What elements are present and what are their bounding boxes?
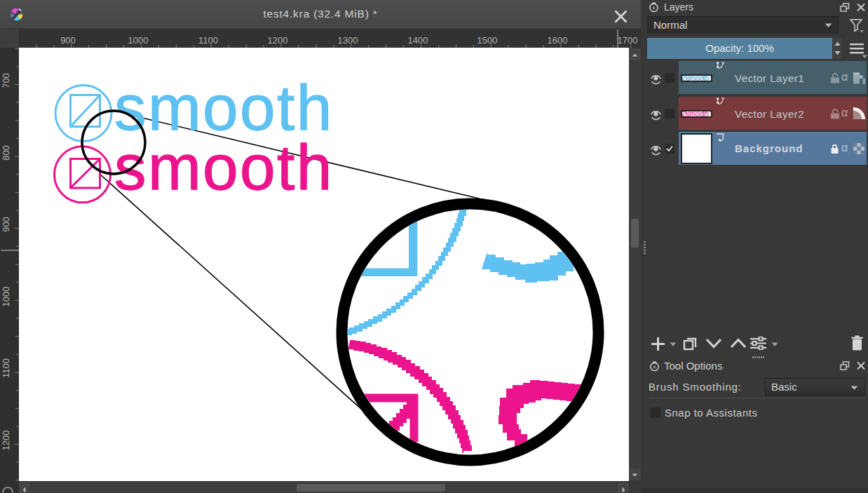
svg-text:smooth: smooth bbox=[686, 76, 710, 81]
svg-text:1300: 1300 bbox=[338, 35, 358, 46]
svg-text:900: 900 bbox=[60, 35, 76, 46]
svg-text:1500: 1500 bbox=[477, 35, 498, 46]
svg-text:1600: 1600 bbox=[548, 35, 568, 46]
svg-text:700: 700 bbox=[1, 73, 11, 88]
svg-text:1400: 1400 bbox=[408, 35, 428, 46]
svg-text:1200: 1200 bbox=[268, 35, 288, 46]
svg-text:1100: 1100 bbox=[198, 35, 218, 46]
svg-text:900: 900 bbox=[1, 217, 11, 232]
svg-text:smooth: smooth bbox=[686, 112, 710, 116]
svg-text:smooth: smooth bbox=[114, 132, 334, 203]
svg-text:1000: 1000 bbox=[128, 35, 149, 46]
svg-text:1000: 1000 bbox=[1, 287, 11, 307]
svg-text:1200: 1200 bbox=[1, 431, 11, 451]
svg-text:1100: 1100 bbox=[1, 358, 11, 378]
svg-text:1700: 1700 bbox=[618, 35, 638, 46]
svg-text:800: 800 bbox=[1, 145, 11, 161]
